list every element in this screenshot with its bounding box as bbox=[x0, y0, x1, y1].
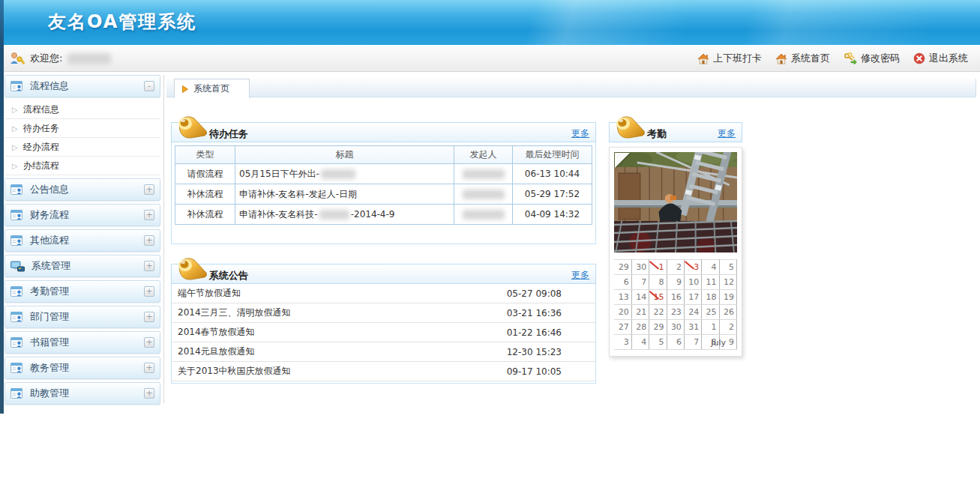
todo-more-link[interactable]: 更多 bbox=[571, 127, 589, 140]
announcement-item[interactable]: 2014三月三、清明放假通知 03-21 16:36 bbox=[172, 303, 595, 323]
calendar-day[interactable]: 10 bbox=[684, 275, 701, 290]
calendar-day[interactable]: 4 bbox=[702, 260, 719, 275]
calendar-day[interactable]: 6 bbox=[667, 335, 684, 350]
todo-title[interactable]: 05月15日下午外出- bbox=[235, 164, 454, 184]
sidebar-item-label: 流程信息 bbox=[23, 103, 59, 116]
toolbar-link-system-home[interactable]: 系统首页 bbox=[775, 52, 830, 65]
computer-icon bbox=[10, 260, 25, 272]
sidebar-item-process-info[interactable]: ▷流程信息 bbox=[4, 100, 160, 119]
announcement-item[interactable]: 2014元旦放假通知 12-30 15:23 bbox=[172, 342, 595, 362]
attendance-panel-header: 考勤 更多 bbox=[609, 122, 742, 142]
calendar-day-marked[interactable]: 1 bbox=[649, 260, 667, 275]
expand-icon[interactable]: + bbox=[144, 184, 154, 195]
calendar-day[interactable]: 13 bbox=[614, 290, 631, 305]
sidebar-section-department-mgmt[interactable]: 部门管理 + bbox=[4, 306, 160, 328]
calendar-day[interactable]: 2 bbox=[667, 260, 684, 275]
calendar-day[interactable]: 29 bbox=[649, 320, 667, 335]
user-card-icon bbox=[10, 235, 23, 246]
calendar-day[interactable]: 12 bbox=[719, 275, 736, 290]
calendar-day[interactable]: 31 bbox=[684, 320, 701, 335]
calendar-day[interactable]: 18 bbox=[702, 290, 719, 305]
tab-arrow-icon bbox=[182, 85, 188, 93]
sidebar-section-attendance-mgmt[interactable]: 考勤管理 + bbox=[4, 280, 160, 303]
calendar-week: 20 21 22 23 24 25 26 bbox=[614, 305, 737, 320]
attendance-photo[interactable] bbox=[614, 152, 737, 252]
calendar-day[interactable]: 4 bbox=[631, 335, 649, 350]
announcement-item[interactable]: 2014春节放假通知 01-22 16:46 bbox=[172, 323, 595, 342]
calendar-day[interactable]: 7 bbox=[631, 275, 649, 290]
calendar-day[interactable]: 17 bbox=[684, 290, 701, 305]
toolbar-link-change-password[interactable]: 修改密码 bbox=[844, 52, 900, 65]
sidebar-item-todo-tasks[interactable]: ▷待办任务 bbox=[4, 119, 160, 138]
calendar-day[interactable]: 3 bbox=[614, 335, 631, 350]
calendar-day-number: 1 bbox=[659, 262, 664, 272]
sidebar-section-books-mgmt[interactable]: 书籍管理 + bbox=[4, 331, 160, 354]
expand-icon[interactable]: + bbox=[144, 286, 154, 297]
calendar-day[interactable]: 5 bbox=[719, 260, 736, 275]
col-sender: 发起人 bbox=[454, 146, 513, 164]
toolbar-links: 上下班打卡 系统首页 修改密码 bbox=[697, 52, 968, 65]
tab-system-home[interactable]: 系统首页 bbox=[174, 79, 250, 98]
calendar-day-marked[interactable]: 15 bbox=[649, 290, 667, 305]
sidebar-section-finance-flow[interactable]: 财务流程 + bbox=[4, 204, 160, 226]
expand-icon[interactable]: + bbox=[144, 363, 154, 373]
sidebar-item-label: 待办任务 bbox=[23, 122, 59, 135]
announcement-item[interactable]: 端午节放假通知 05-27 09:08 bbox=[172, 284, 595, 303]
todo-type: 补休流程 bbox=[175, 205, 235, 225]
calendar-day[interactable]: 26 bbox=[719, 305, 736, 320]
toolbar-link-label: 系统首页 bbox=[791, 52, 830, 65]
announcement-item[interactable]: 关于2013中秋国庆放假通知 09-17 10:05 bbox=[172, 362, 595, 381]
calendar-day[interactable]: 14 bbox=[631, 290, 649, 305]
announcement-more-link[interactable]: 更多 bbox=[571, 269, 589, 282]
calendar-day[interactable]: 7 bbox=[684, 335, 701, 350]
calendar-day[interactable]: 21 bbox=[631, 305, 649, 320]
calendar-day[interactable]: 5 bbox=[649, 335, 667, 350]
announcement-time: 09-17 10:05 bbox=[507, 366, 562, 377]
calendar-day[interactable]: 11 bbox=[702, 275, 719, 290]
calendar-day[interactable]: 30 bbox=[631, 260, 649, 275]
calendar-day[interactable]: 1 bbox=[702, 320, 719, 335]
sidebar-section-other-flow[interactable]: 其他流程 + bbox=[4, 229, 160, 252]
calendar-day[interactable]: 22 bbox=[649, 305, 667, 320]
expand-icon[interactable]: + bbox=[144, 261, 154, 271]
calendar-day[interactable]: 25 bbox=[702, 305, 719, 320]
toolbar-link-logout[interactable]: 退出系统 bbox=[913, 52, 968, 65]
col-last-time: 最后处理时间 bbox=[513, 146, 592, 164]
calendar-day[interactable]: 9 bbox=[667, 275, 684, 290]
expand-icon[interactable]: + bbox=[144, 337, 154, 348]
col-type: 类型 bbox=[175, 146, 235, 164]
sidebar-item-completed-flows[interactable]: ▷办结流程 bbox=[4, 157, 160, 175]
sidebar-item-handled-flows[interactable]: ▷经办流程 bbox=[4, 138, 160, 157]
calendar-day[interactable]: 6 bbox=[614, 275, 631, 290]
calendar-day[interactable]: 24 bbox=[684, 305, 701, 320]
calendar-day-marked[interactable]: 3 bbox=[684, 260, 701, 275]
home-icon bbox=[775, 53, 787, 64]
calendar-day[interactable]: 30 bbox=[667, 320, 684, 335]
calendar-day[interactable]: 19 bbox=[719, 290, 736, 305]
sidebar-section-academic-mgmt[interactable]: 教务管理 + bbox=[4, 357, 160, 379]
user-card-icon bbox=[10, 285, 23, 297]
sidebar-section-process-info[interactable]: 流程信息 - bbox=[4, 75, 160, 97]
expand-icon[interactable]: + bbox=[144, 235, 154, 246]
sidebar-section-assistant-mgmt[interactable]: 助教管理 + bbox=[4, 382, 160, 405]
sidebar-section-system-mgmt[interactable]: 系统管理 + bbox=[4, 255, 160, 277]
expand-icon[interactable]: + bbox=[144, 388, 154, 399]
collapse-icon[interactable]: - bbox=[144, 81, 154, 91]
todo-title[interactable]: 申请补休-友名科技--2014-4-9 bbox=[235, 205, 454, 225]
expand-icon[interactable]: + bbox=[144, 210, 154, 220]
todo-title[interactable]: 申请补休-友名科-发起人-日期 bbox=[235, 184, 454, 205]
calendar-day[interactable]: 23 bbox=[667, 305, 684, 320]
calendar-day[interactable]: 8 bbox=[649, 275, 667, 290]
calendar-day[interactable]: 16 bbox=[667, 290, 684, 305]
calendar-day[interactable]: 2 bbox=[719, 320, 736, 335]
sidebar-section-announcement-info[interactable]: 公告信息 + bbox=[4, 178, 160, 201]
calendar-day[interactable]: 29 bbox=[614, 260, 631, 275]
horn-icon bbox=[176, 115, 209, 140]
calendar-day[interactable]: 20 bbox=[614, 305, 631, 320]
expand-icon[interactable]: + bbox=[144, 312, 154, 322]
page-fold-icon bbox=[615, 153, 630, 168]
attendance-more-link[interactable]: 更多 bbox=[718, 127, 736, 140]
toolbar-link-punch-clock[interactable]: 上下班打卡 bbox=[697, 52, 762, 65]
calendar-day[interactable]: 27 bbox=[614, 320, 631, 335]
calendar-day[interactable]: 28 bbox=[631, 320, 649, 335]
